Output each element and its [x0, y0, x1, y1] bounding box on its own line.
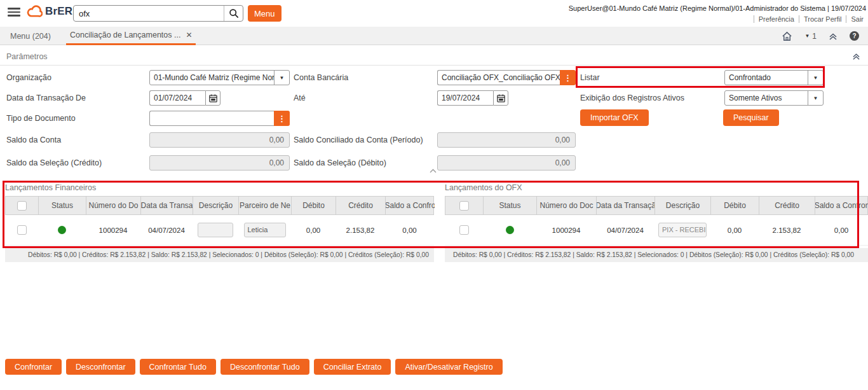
organizacao-label: Organização [6, 70, 51, 85]
close-tab-icon[interactable]: ✕ [186, 31, 192, 39]
cell-doc-number: 1000294 [536, 215, 596, 245]
action-button-bar: Confrontar Desconfrontar Confrontar Tudo… [5, 359, 503, 375]
cell-credito: 2.153,82 [759, 215, 815, 245]
cell-descricao[interactable] [198, 223, 233, 237]
collapse-params-icon[interactable] [852, 52, 860, 60]
link-preferencia[interactable]: Preferência [754, 15, 799, 23]
ofx-table-header: Status Número do Doc Data da Transaçã De… [445, 196, 868, 215]
link-trocar-perfil[interactable]: Trocar Perfil [799, 15, 846, 23]
cell-date: 04/07/2024 [596, 215, 654, 245]
ofx-col-credito[interactable]: Crédito [759, 197, 815, 214]
fin-col-credito[interactable]: Crédito [336, 197, 386, 214]
ofx-col-debito[interactable]: Débito [711, 197, 759, 214]
desconfrontar-tudo-button[interactable]: Desconfrontar Tudo [220, 359, 309, 375]
collapse-all-icon[interactable] [829, 32, 837, 41]
listar-select[interactable]: Confrontado ▼ [724, 70, 824, 85]
cell-parceiro[interactable]: Leticia [244, 223, 286, 237]
brerp-window: BrERP Menu SuperUser@01-Mundo Café Matri… [0, 0, 868, 390]
select-all-checkbox[interactable] [17, 201, 27, 211]
brerp-logo: BrERP [25, 4, 80, 18]
tipo-documento-input[interactable] [149, 111, 274, 126]
caret-down-icon[interactable]: ▼ [808, 71, 823, 85]
organizacao-select[interactable]: 01-Mundo Café Matriz (Regime Norma ▼ [149, 70, 290, 85]
home-icon[interactable] [782, 31, 792, 41]
exibicao-value: Somente Ativos [725, 91, 808, 105]
table-row[interactable]: 1000294 04/07/2024 Leticia 0,00 2.153,82… [5, 215, 434, 246]
tipo-documento-lookup-icon[interactable]: ⋮ [274, 111, 290, 126]
saldo-conta-label: Saldo da Conta [6, 132, 61, 148]
fin-col-parceiro[interactable]: Parceiro de Ne [239, 197, 292, 214]
confrontar-tudo-button[interactable]: Confrontar Tudo [140, 359, 216, 375]
tab-bar: Menu (204) Conciliação de Lançamentos ..… [0, 27, 868, 45]
status-green-icon [506, 226, 514, 234]
tab-menu-label: Menu (204) [10, 32, 51, 41]
confrontar-button[interactable]: Confrontar [5, 359, 62, 375]
search-icon[interactable] [224, 6, 243, 21]
hamburger-menu-icon[interactable] [8, 8, 20, 17]
saldo-sel-credito-label: Saldo da Seleção (Crédito) [6, 155, 102, 171]
conta-bancaria-field: Conciliação OFX_Conciliação OFX_001 ⋮ [437, 70, 576, 85]
data-de-label: Data da Transação De [6, 90, 86, 106]
desconfrontar-button[interactable]: Desconfrontar [66, 359, 135, 375]
status-green-icon [58, 226, 66, 234]
caret-down-icon[interactable]: ▼ [808, 91, 823, 105]
cell-debito: 0,00 [291, 215, 336, 245]
conciliar-extrato-button[interactable]: Conciliar Extrato [314, 359, 391, 375]
cell-saldo: 0,00 [385, 215, 434, 245]
tab-conciliacao[interactable]: Conciliação de Lançamentos ... ✕ [66, 27, 196, 45]
row-checkbox[interactable] [17, 225, 27, 235]
link-sair[interactable]: Sair [846, 15, 868, 23]
row-checkbox[interactable] [459, 225, 469, 235]
fin-col-descricao[interactable]: Descrição [193, 197, 239, 214]
tab-menu[interactable]: Menu (204) [6, 27, 55, 45]
saldo-conciliado-label: Saldo Conciliado da Conta (Período) [294, 132, 423, 148]
cell-date: 04/07/2024 [140, 215, 193, 245]
caret-down-icon[interactable]: ▼ [274, 71, 289, 85]
ate-label: Até [294, 90, 306, 106]
fin-col-debito[interactable]: Débito [292, 197, 336, 214]
calendar-icon[interactable] [493, 90, 508, 106]
fin-col-numero[interactable]: Número do Do [86, 197, 141, 214]
listar-label: Listar [580, 70, 600, 85]
pesquisar-button[interactable]: Pesquisar [723, 109, 779, 126]
search-input[interactable] [74, 6, 224, 21]
ofx-table-footer: Débitos: R$ 0,00 | Créditos: R$ 2.153,82… [445, 248, 868, 262]
ofx-table-title: Lançamentos do OFX [445, 183, 868, 196]
ofx-col-data[interactable]: Data da Transaçã [597, 197, 655, 214]
help-icon[interactable]: ? [850, 31, 859, 41]
ofx-col-numero[interactable]: Número do Doc [537, 197, 597, 214]
conta-bancaria-lookup-icon[interactable]: ⋮ [560, 70, 576, 85]
global-search [73, 5, 243, 22]
fin-col-status[interactable]: Status [39, 197, 86, 214]
fin-table-title: Lançamentos Financeiros [5, 183, 434, 196]
ofx-table: Lançamentos do OFX Status Número do Doc … [445, 183, 868, 246]
fin-table-footer: Débitos: R$ 0,00 | Créditos: R$ 2.153,82… [5, 248, 434, 262]
calendar-icon[interactable] [205, 90, 220, 106]
cell-descricao[interactable]: PIX - RECEBIDO [658, 223, 707, 237]
window-list-dropdown[interactable]: ▼ 1 [804, 32, 817, 41]
cell-saldo: 0,00 [815, 215, 868, 245]
select-all-checkbox[interactable] [459, 201, 469, 211]
ofx-col-status[interactable]: Status [484, 197, 537, 214]
conta-bancaria-input[interactable]: Conciliação OFX_Conciliação OFX_001 [437, 70, 560, 85]
importar-ofx-button[interactable]: Importar OFX [580, 109, 649, 126]
cell-doc-number: 1000294 [86, 215, 140, 245]
exibicao-select[interactable]: Somente Ativos ▼ [724, 90, 824, 106]
tab-actions: ▼ 1 ? [782, 27, 859, 45]
data-de-input[interactable]: 01/07/2024 [149, 90, 205, 106]
tab-conciliacao-label: Conciliação de Lançamentos ... [70, 31, 180, 39]
ativar-desativar-registro-button[interactable]: Ativar/Desativar Registro [395, 359, 502, 375]
saldo-sel-debito-value: 0,00 [437, 155, 576, 171]
fin-col-data[interactable]: Data da Transa [141, 197, 193, 214]
ofx-col-saldo[interactable]: Saldo a Confron [815, 197, 868, 214]
section-divider [0, 65, 868, 66]
menu-button[interactable]: Menu [248, 5, 281, 22]
panel-collapse-icon[interactable] [430, 169, 437, 173]
cell-credito: 2.153,82 [336, 215, 385, 245]
fin-col-saldo[interactable]: Saldo a Confro [386, 197, 435, 214]
cloud-icon [25, 4, 43, 18]
ate-input[interactable]: 19/07/2024 [437, 90, 493, 106]
ofx-col-descricao[interactable]: Descrição [655, 197, 711, 214]
listar-value: Confrontado [725, 71, 808, 85]
table-row[interactable]: 1000294 04/07/2024 PIX - RECEBIDO 0,00 2… [445, 215, 868, 246]
